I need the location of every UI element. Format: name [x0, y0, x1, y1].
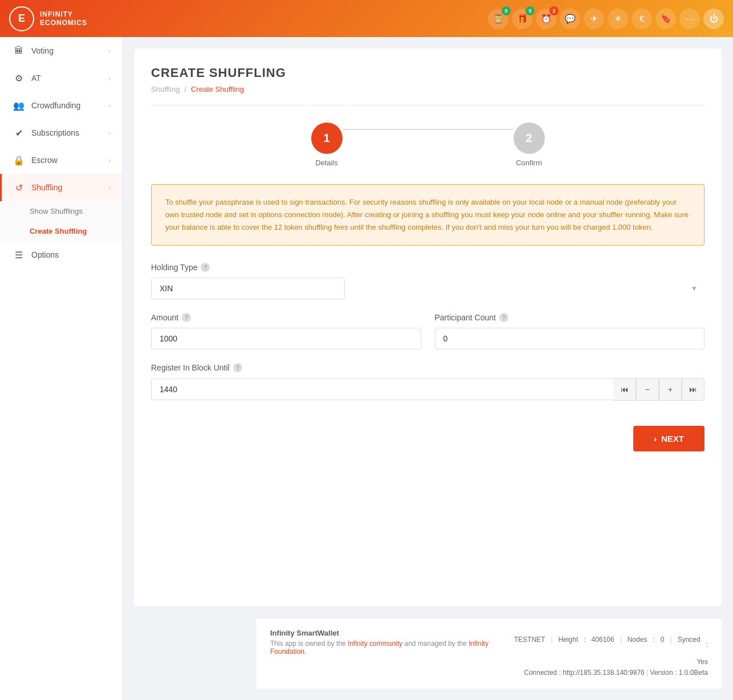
options-icon: ☰	[13, 249, 25, 261]
next-arrow-icon: ›	[654, 434, 657, 443]
footer-nodes-value: 0	[661, 634, 665, 645]
logo-icon: Ε	[9, 6, 34, 31]
step-1-circle: 1	[311, 123, 343, 154]
subscriptions-arrow-icon: ›	[109, 130, 111, 136]
next-button-row: › NEXT	[151, 414, 705, 457]
voting-arrow-icon: ›	[109, 48, 111, 54]
breadcrumb-separator: /	[184, 85, 186, 93]
gift-icon[interactable]: 🎁 0	[512, 9, 532, 29]
gift-badge: 0	[526, 6, 535, 15]
more-icon[interactable]: ⋯	[679, 9, 700, 29]
footer-community-link[interactable]: Infinity community	[348, 640, 402, 648]
sidebar-item-voting-label: Voting	[31, 46, 109, 55]
sidebar-item-shuffling[interactable]: ↺ Shuffling ›	[0, 174, 122, 201]
footer-synced-value: Yes	[697, 657, 708, 668]
escrow-icon: 🔒	[13, 154, 25, 166]
sidebar-item-options[interactable]: ☰ Options	[0, 241, 122, 268]
escrow-arrow-icon: ›	[109, 157, 111, 164]
sidebar-item-shuffling-label: Shuffling	[31, 183, 109, 192]
step-2-circle: 2	[514, 123, 545, 154]
step-2: 2 Confirm	[514, 123, 545, 167]
sidebar-item-escrow[interactable]: 🔒 Escrow ›	[0, 146, 122, 174]
block-plus-btn[interactable]: +	[659, 378, 682, 401]
footer-description: This app is owned by the Infinity commun…	[270, 640, 510, 656]
chat-icon[interactable]: 💬	[560, 9, 580, 29]
sidebar-item-crowdfunding-label: Crowdfunding	[31, 101, 109, 110]
footer-app-name: Infinity SmartWallet	[270, 629, 510, 637]
crowdfunding-icon: 👥	[13, 100, 25, 111]
sidebar-item-at[interactable]: ⚙ AT ›	[0, 64, 122, 92]
sidebar-item-at-label: AT	[31, 74, 109, 83]
sidebar-item-voting[interactable]: 🏛 Voting ›	[0, 37, 122, 64]
send-icon[interactable]: ✈	[584, 9, 604, 29]
at-icon: ⚙	[13, 72, 25, 84]
info-box: To shuffle your passphrase is used to si…	[151, 184, 705, 246]
asterisk-icon[interactable]: ✳	[608, 9, 628, 29]
amount-help-icon[interactable]: ?	[182, 313, 191, 322]
header: Ε INFINITYECONOMICS ⏳ 0 🎁 0 ⏰ 2 💬 ✈ ✳ € …	[0, 0, 733, 37]
participant-count-group: Participant Count ?	[435, 313, 705, 349]
divider	[151, 105, 705, 105]
power-icon[interactable]: ⏻	[703, 9, 724, 29]
footer-version: 1.0.0Beta	[679, 669, 708, 677]
holding-type-label: Holding Type ?	[151, 263, 705, 272]
clock-icon[interactable]: ⏰ 2	[536, 9, 556, 29]
block-first-btn[interactable]: ⏮	[613, 378, 636, 401]
sidebar: 🏛 Voting › ⚙ AT › 👥 Crowdfunding › ✔ Sub…	[0, 37, 123, 700]
participant-count-label: Participant Count ?	[435, 313, 705, 322]
sidebar-item-crowdfunding[interactable]: 👥 Crowdfunding ›	[0, 92, 122, 119]
at-arrow-icon: ›	[109, 75, 111, 82]
next-button-label: NEXT	[661, 434, 684, 443]
footer-height-value: 406106	[592, 634, 614, 645]
euro-icon[interactable]: €	[632, 9, 652, 29]
subscriptions-icon: ✔	[13, 127, 25, 139]
voting-icon: 🏛	[13, 45, 25, 56]
info-box-text: To shuffle your passphrase is used to si…	[165, 198, 689, 231]
holding-type-help-icon[interactable]: ?	[201, 263, 210, 272]
page-title: CREATE SHUFFLING	[151, 66, 705, 80]
footer-connection-url: http://185.35.138.140:9876	[563, 669, 644, 677]
clock-badge: 2	[549, 6, 559, 15]
block-minus-btn[interactable]: −	[636, 378, 659, 401]
breadcrumb-parent[interactable]: Shuffling	[151, 85, 180, 93]
hourglass-badge: 0	[502, 6, 511, 15]
amount-label: Amount ?	[151, 313, 421, 322]
logo-text: INFINITYECONOMICS	[40, 10, 87, 27]
step-1: 1 Details	[311, 123, 343, 167]
step-2-label: Confirm	[516, 158, 542, 167]
block-controls: ⏮ − + ⏭	[613, 378, 705, 401]
hourglass-icon[interactable]: ⏳ 0	[488, 9, 508, 29]
footer-nodes-label: Nodes	[628, 634, 648, 645]
footer-right: TESTNET | Height : 406106 | Nodes : 0 | …	[510, 629, 708, 678]
holding-type-select-wrapper: XIN Asset Currency ▼	[151, 278, 705, 299]
stepper: 1 Details 2 Confirm	[151, 123, 705, 167]
shuffling-icon: ↺	[13, 182, 25, 193]
block-last-btn[interactable]: ⏭	[682, 378, 705, 401]
bookmark-icon[interactable]: 🔖	[655, 9, 676, 29]
logo: Ε INFINITYECONOMICS	[9, 6, 129, 31]
sidebar-item-options-label: Options	[31, 250, 111, 259]
next-button[interactable]: › NEXT	[633, 426, 705, 451]
footer-status: TESTNET | Height : 406106 | Nodes : 0 | …	[510, 629, 708, 668]
footer-connection: Connected : http://185.35.138.140:9876 |…	[510, 668, 708, 678]
participant-count-input[interactable]	[435, 328, 705, 349]
footer: Infinity SmartWallet This app is owned b…	[256, 618, 722, 689]
footer-height-label: Height	[559, 634, 579, 645]
select-arrow-icon: ▼	[691, 284, 698, 292]
amount-input[interactable]	[151, 328, 421, 349]
footer-network: TESTNET	[514, 634, 545, 645]
sidebar-item-create-shuffling[interactable]: Create Shuffling	[0, 221, 122, 241]
crowdfunding-arrow-icon: ›	[109, 103, 111, 109]
breadcrumb: Shuffling / Create Shuffling	[151, 85, 705, 93]
content-card: CREATE SHUFFLING Shuffling / Create Shuf…	[134, 48, 722, 607]
register-block-input[interactable]	[151, 379, 613, 400]
holding-type-select[interactable]: XIN Asset Currency	[151, 278, 345, 299]
sidebar-item-show-shufflings[interactable]: Show Shufflings	[0, 201, 122, 221]
shuffling-arrow-icon: ›	[109, 185, 111, 191]
breadcrumb-current: Create Shuffling	[191, 85, 244, 93]
shuffling-submenu: Show Shufflings Create Shuffling	[0, 201, 122, 241]
header-icons: ⏳ 0 🎁 0 ⏰ 2 💬 ✈ ✳ € 🔖 ⋯ ⏻	[488, 9, 724, 29]
sidebar-item-subscriptions[interactable]: ✔ Subscriptions ›	[0, 119, 122, 146]
register-block-help-icon[interactable]: ?	[233, 363, 242, 372]
participant-count-help-icon[interactable]: ?	[499, 313, 508, 322]
